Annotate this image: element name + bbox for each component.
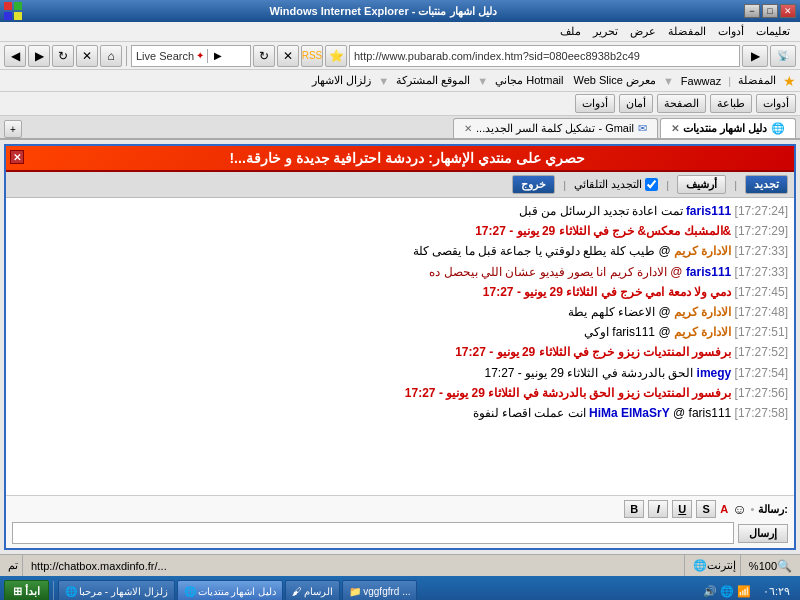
msg-text: الحق بالدردشة في الثلاثاء 29 يونيو - 17:… — [485, 366, 697, 380]
tab-label-inactive: Gmail - تشكيل كلمة السر الجديد... — [476, 122, 634, 135]
window-controls[interactable]: − □ ✕ — [744, 4, 796, 18]
msg-time: [17:27:24] — [735, 204, 788, 218]
msg-time: [17:27:45] — [735, 285, 788, 299]
msg-time: [17:27:33] — [735, 265, 788, 279]
tools-btn2[interactable]: أدوات — [575, 94, 615, 113]
italic-button[interactable]: I — [648, 500, 668, 518]
menu-item-ard[interactable]: عرض — [624, 23, 662, 40]
close-button[interactable]: ✕ — [780, 4, 796, 18]
taskbar-task-icon-0: 🌐 — [65, 586, 77, 597]
menu-item-adawat[interactable]: أدوات — [712, 23, 750, 40]
rss-icon[interactable]: 📡 — [770, 45, 796, 67]
update-button[interactable]: تجديد — [745, 175, 788, 194]
maximize-button[interactable]: □ — [762, 4, 778, 18]
chat-message: [17:27:33] faris111 @ الادارة كريم انا ي… — [12, 263, 788, 282]
window-title: Windows Internet Explorer - دليل اشهار م… — [22, 5, 744, 18]
send-button[interactable]: إرسال — [738, 524, 788, 543]
chat-input-area: :رسالة • ☺ A S U I B إرسال — [6, 495, 794, 548]
status-bar: تم http://chatbox.maxdinfo.fr/... 🌐 إنتر… — [0, 554, 800, 576]
search-label: Live Search — [136, 50, 194, 62]
chat-format-toolbar: :رسالة • ☺ A S U I B — [12, 500, 788, 518]
msg-user: دمي ولا دمعة امي خرج في الثلاثاء 29 يوني… — [483, 285, 731, 299]
exit-button[interactable]: خروج — [512, 175, 555, 194]
archive-button[interactable]: أرشيف — [677, 175, 726, 194]
new-tab-button[interactable]: + — [4, 120, 22, 138]
status-zoom: %100 🔍 — [745, 555, 796, 576]
fav-item-1[interactable]: معرض Web Slice — [571, 74, 659, 87]
internet-icon: 🌐 — [693, 559, 707, 572]
tray-icon-network: 🌐 — [720, 585, 734, 598]
address-go-button[interactable]: ▶ — [742, 45, 768, 67]
back-button[interactable]: ◀ — [4, 45, 26, 67]
refresh-alt-button[interactable]: ↻ — [253, 45, 275, 67]
status-text: تم — [8, 559, 18, 572]
minimize-button[interactable]: − — [744, 4, 760, 18]
forward-button[interactable]: ▶ — [28, 45, 50, 67]
tab-active[interactable]: 🌐 دليل اشهار منتديات ✕ — [660, 118, 796, 138]
taskbar-task-label-3: vggfgfrd ... — [363, 586, 410, 597]
tab-inactive[interactable]: ✉ Gmail - تشكيل كلمة السر الجديد... ✕ — [453, 118, 658, 138]
tools-btn[interactable]: أدوات — [756, 94, 796, 113]
taskbar-task-1[interactable]: 🌐 دليل اشهار منتديات — [177, 580, 284, 600]
msg-user: الادارة كريم — [674, 325, 731, 339]
announce-text: حصري على منتدي الإشهار: دردشة احترافية ج… — [229, 150, 584, 166]
menu-item-mufaddala[interactable]: المفضلة — [662, 23, 712, 40]
search-submit-button[interactable]: ▶ — [211, 49, 225, 63]
menu-item-taleemat[interactable]: تعليمات — [750, 23, 796, 40]
fav-item-4[interactable]: زلزال الاشهار — [309, 74, 374, 87]
home-button[interactable]: ⌂ — [100, 45, 122, 67]
taskbar-task-2[interactable]: 🖌 الرسام — [285, 580, 340, 600]
auto-update-check[interactable]: التجديد التلقائي — [574, 178, 658, 191]
taskbar-task-label-1: دليل اشهار منتديات — [198, 586, 277, 597]
star-button[interactable]: ⭐ — [325, 45, 347, 67]
msg-text: تمت اعادة تجديد الرسائل من قبل — [519, 204, 686, 218]
fav-label: المفضلة — [735, 74, 779, 87]
msg-time: [17:27:33] — [735, 244, 788, 258]
go-button[interactable]: ✕ — [277, 45, 299, 67]
chat-message: [17:27:24] faris111 تمت اعادة تجديد الرس… — [12, 202, 788, 221]
fav-item-2[interactable]: Hotmail مجاني — [492, 74, 566, 87]
start-button[interactable]: ⊞ ابدأ — [4, 580, 49, 600]
taskbar-task-0[interactable]: 🌐 زلزال الاشهار - مرحبا — [58, 580, 175, 600]
toolbar-separator — [126, 46, 127, 66]
taskbar-task-3[interactable]: 📁 vggfgfrd ... — [342, 580, 417, 600]
chat-toolbar: تجديد | أرشيف | التجديد التلقائي | خروج — [6, 172, 794, 198]
search-brand-icon: ✦ — [196, 50, 204, 61]
print-btn[interactable]: أمان — [619, 94, 653, 113]
msg-time: [17:27:29] — [735, 224, 788, 238]
auto-update-checkbox[interactable] — [645, 178, 658, 191]
address-bar[interactable]: http://www.pubarab.com/index.htm?sid=080… — [349, 45, 740, 67]
underline-button[interactable]: U — [672, 500, 692, 518]
safety-btn[interactable]: طباعة — [710, 94, 752, 113]
menu-item-tahrir[interactable]: تحرير — [587, 23, 624, 40]
taskbar-task-icon-3: 📁 — [349, 586, 361, 597]
tab-close-active[interactable]: ✕ — [671, 123, 679, 134]
tab-close-inactive[interactable]: ✕ — [464, 123, 472, 134]
emoji-button[interactable]: ☺ — [732, 501, 746, 517]
refresh-button[interactable]: ↻ — [52, 45, 74, 67]
chat-message: [17:27:54] imegy الحق بالدردشة في الثلاث… — [12, 364, 788, 383]
taskbar-task-label-2: الرسام — [304, 586, 333, 597]
clock-time: ٠٦:٢٩ — [763, 585, 790, 597]
color-button[interactable]: A — [720, 503, 728, 515]
msg-user: &المشبك معكس& خرج في الثلاثاء 29 يونيو -… — [475, 224, 731, 238]
stop-button[interactable]: ✕ — [76, 45, 98, 67]
message-input[interactable] — [12, 522, 734, 544]
announce-banner: حصري على منتدي الإشهار: دردشة احترافية ج… — [6, 146, 794, 172]
address-url: http://www.pubarab.com/index.htm?sid=080… — [354, 50, 640, 62]
fav-item-3[interactable]: الموقع المشتركة — [393, 74, 473, 87]
announce-close-button[interactable]: ✕ — [10, 150, 24, 164]
start-icon: ⊞ — [13, 585, 22, 598]
msg-time: [17:27:56] — [735, 386, 788, 400]
start-label: ابدأ — [25, 585, 40, 598]
chat-message: [17:27:51] الادارة كريم @ faris111 اوكي — [12, 323, 788, 342]
bold-button[interactable]: B — [624, 500, 644, 518]
toolbar: ◀ ▶ ↻ ✕ ⌂ Live Search ✦ ▶ ↻ ✕ RSS ⭐ http… — [0, 42, 800, 70]
rss-button[interactable]: RSS — [301, 45, 323, 67]
message-label: :رسالة — [758, 503, 788, 516]
fav-item-0[interactable]: Fawwaz — [678, 75, 724, 87]
page-btn[interactable]: الصفحة — [657, 94, 706, 113]
search-box-wrap[interactable]: Live Search ✦ ▶ — [131, 45, 251, 67]
strike-button[interactable]: S — [696, 500, 716, 518]
menu-item-milaf[interactable]: ملف — [554, 23, 587, 40]
